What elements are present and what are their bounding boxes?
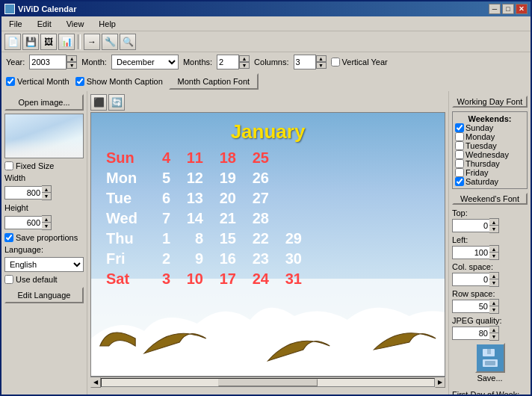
svg-rect-3 <box>487 349 491 354</box>
left-input[interactable] <box>452 246 489 259</box>
columns-spin-down[interactable]: ▼ <box>316 62 327 69</box>
top-input[interactable] <box>452 219 489 232</box>
row-spin-up[interactable]: ▲ <box>489 300 498 306</box>
row-spins: ▲ ▼ <box>489 299 499 314</box>
year-spin-up[interactable]: ▲ <box>66 55 77 62</box>
monday-checkbox[interactable] <box>455 132 464 141</box>
col-spin-up[interactable]: ▲ <box>489 273 498 279</box>
row-spin-down[interactable]: ▼ <box>489 306 498 313</box>
cal-day: 18 <box>217 149 236 167</box>
jpeg-quality-label: JPEG quality: <box>452 316 502 325</box>
width-input[interactable] <box>4 186 42 199</box>
cal-dayname-thu: Thu <box>106 230 151 247</box>
columns-spin-up[interactable]: ▲ <box>316 55 327 62</box>
left-spin-down[interactable]: ▼ <box>489 253 498 259</box>
cal-day: 21 <box>217 210 236 227</box>
fixed-size-check-label[interactable]: Fixed Size <box>4 161 84 170</box>
minimize-button[interactable]: ─ <box>489 4 501 14</box>
weekends-font-button[interactable]: Weekend's Font <box>452 193 528 205</box>
toolbar-search[interactable]: 🔍 <box>120 34 136 50</box>
toolbar-image[interactable]: 🖼 <box>40 34 57 50</box>
toolbar-chart[interactable]: 📊 <box>58 34 75 50</box>
width-spin-up[interactable]: ▲ <box>42 186 51 193</box>
edit-language-button[interactable]: Edit Language <box>4 287 84 303</box>
maximize-button[interactable]: □ <box>502 4 514 14</box>
thursday-checkbox[interactable] <box>455 159 464 168</box>
year-input[interactable] <box>29 55 66 69</box>
use-default-label[interactable]: Use default <box>4 275 84 284</box>
language-select[interactable]: English <box>4 257 84 272</box>
use-default-checkbox[interactable] <box>4 275 13 284</box>
toolbar-separator <box>78 34 81 49</box>
top-spin-down[interactable]: ▼ <box>489 226 498 232</box>
jpeg-quality-input[interactable] <box>452 327 489 340</box>
cal-dayname-sun: Sun <box>106 149 151 167</box>
wednesday-checkbox[interactable] <box>455 150 464 159</box>
menu-edit[interactable]: Edit <box>33 18 56 30</box>
toolbar-settings[interactable]: 🔧 <box>102 34 118 50</box>
friday-check-row: Friday <box>455 168 525 177</box>
cal-day: 15 <box>217 230 236 247</box>
height-input[interactable] <box>4 216 42 229</box>
col-spin-down[interactable]: ▼ <box>489 279 498 286</box>
menubar: File Edit View Help <box>1 16 531 31</box>
cal-day: 26 <box>250 170 269 187</box>
months-spin-down[interactable]: ▼ <box>239 62 250 69</box>
vertical-year-checkbox[interactable] <box>331 58 340 66</box>
open-image-button[interactable]: Open image... <box>4 94 84 111</box>
height-spin-up[interactable]: ▲ <box>42 216 51 223</box>
scroll-left-button[interactable]: ◀ <box>90 377 101 388</box>
toolbar-save[interactable]: 💾 <box>22 34 39 50</box>
show-month-caption-checkbox[interactable] <box>75 77 84 86</box>
months-spin-up[interactable]: ▲ <box>239 55 250 62</box>
row-space-row: Row space: ▲ ▼ <box>452 289 528 314</box>
tuesday-checkbox[interactable] <box>455 141 464 150</box>
cal-tool-1[interactable]: ⬛ <box>90 94 107 111</box>
scrollbar-thumb[interactable] <box>218 379 318 386</box>
toolbar-arrow[interactable]: → <box>84 34 100 50</box>
sunday-checkbox[interactable] <box>455 123 464 132</box>
width-spin-down[interactable]: ▼ <box>42 193 51 199</box>
menu-view[interactable]: View <box>62 18 89 30</box>
col-space-row: Col. space: ▲ ▼ <box>452 262 528 287</box>
h-scrollbar[interactable]: ◀ ▶ <box>90 377 445 387</box>
cal-days-fri: 29162330 <box>151 250 302 267</box>
friday-checkbox[interactable] <box>455 168 464 177</box>
month-caption-font-button[interactable]: Month Caption Font <box>169 73 259 90</box>
save-icon-button[interactable] <box>475 343 505 373</box>
cal-days-mon: 5121926 <box>151 170 269 187</box>
toolbar-new[interactable]: 📄 <box>4 34 21 50</box>
columns-input[interactable] <box>294 55 316 69</box>
month-select[interactable]: December <box>111 55 179 69</box>
jpeg-spin-down[interactable]: ▼ <box>489 333 498 340</box>
vertical-year-check-label[interactable]: Vertical Year <box>331 58 388 66</box>
cal-day: 23 <box>250 250 269 267</box>
row-space-input[interactable] <box>452 300 489 313</box>
months-input[interactable] <box>217 55 239 69</box>
year-spin-down[interactable]: ▼ <box>66 62 77 69</box>
jpeg-spin-up[interactable]: ▲ <box>489 327 498 333</box>
thursday-check-row: Thursday <box>455 159 525 168</box>
top-spin-up[interactable]: ▲ <box>489 219 498 226</box>
calendar-viewport-container: January Sun4111825Mon5121926Tue6132027We… <box>90 112 445 387</box>
vertical-month-check-label[interactable]: Vertical Month <box>6 77 69 86</box>
scrollbar-track[interactable] <box>101 378 435 387</box>
fixed-size-checkbox[interactable] <box>4 161 13 170</box>
top-spins: ▲ ▼ <box>489 218 499 233</box>
cal-tool-2[interactable]: 🔄 <box>108 94 125 111</box>
save-proportions-checkbox[interactable] <box>4 233 13 242</box>
height-spin-down[interactable]: ▼ <box>42 223 51 229</box>
scroll-right-button[interactable]: ▶ <box>435 377 445 388</box>
left-spin-up[interactable]: ▲ <box>489 246 498 253</box>
saturday-checkbox[interactable] <box>455 177 464 186</box>
col-space-input[interactable] <box>452 273 489 286</box>
cal-day: 16 <box>217 250 236 267</box>
show-month-caption-check-label[interactable]: Show Month Caption <box>75 77 163 86</box>
save-proportions-label[interactable]: Save proportions <box>4 233 84 242</box>
vertical-month-checkbox[interactable] <box>6 77 15 86</box>
monday-label: Monday <box>466 132 495 141</box>
close-button[interactable]: ✕ <box>516 4 528 14</box>
menu-file[interactable]: File <box>4 18 27 30</box>
menu-help[interactable]: Help <box>94 18 120 30</box>
working-day-font-button[interactable]: Working Day Font <box>452 96 528 108</box>
